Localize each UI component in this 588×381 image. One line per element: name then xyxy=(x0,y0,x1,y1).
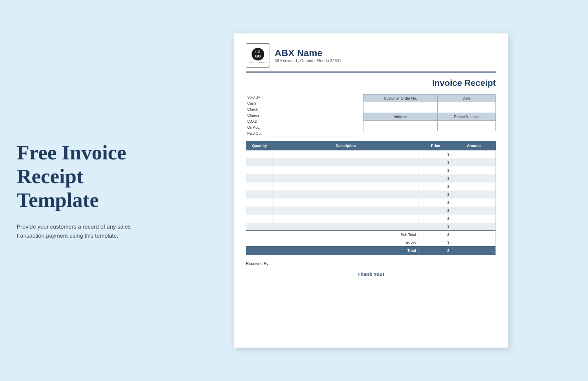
price-header: Price xyxy=(419,141,452,150)
table-row: $ - xyxy=(246,174,496,182)
price-cell: $ xyxy=(419,158,452,166)
table-row: Charge xyxy=(246,112,356,118)
address-header: Address xyxy=(363,113,437,120)
desc-cell xyxy=(273,182,419,190)
amount-cell: - xyxy=(452,182,496,190)
order-no-header: Customer Order No. xyxy=(363,94,437,102)
desc-cell xyxy=(273,174,419,182)
subtotal-row: Sub Total $ - xyxy=(246,231,496,239)
table-row: Paid Out xyxy=(246,130,356,136)
address-phone-row xyxy=(363,120,495,131)
phone-value xyxy=(437,120,495,131)
table-row: $ - xyxy=(246,190,496,199)
desc-cell xyxy=(273,150,419,158)
amount-cell: - xyxy=(452,215,496,223)
company-address: 39 Kenwood , Orlando, Florida 32801 xyxy=(275,58,341,63)
charge-value xyxy=(269,112,356,118)
logo-circle: LOGO xyxy=(252,48,264,60)
total-row: Total $ - xyxy=(246,247,496,255)
items-table: Quantity Description Price Amount $ - $ … xyxy=(246,141,496,255)
price-cell: $ xyxy=(419,199,452,207)
price-cell: $ xyxy=(419,223,452,231)
tax-row: Tax 5% $ - xyxy=(246,239,496,247)
qty-cell xyxy=(246,150,273,158)
onacc-value xyxy=(269,124,356,130)
total-label: Total xyxy=(246,247,419,255)
date-value xyxy=(437,102,495,113)
cod-value xyxy=(269,118,356,124)
desc-cell xyxy=(273,166,419,174)
doc-header: LOGO LOGO COMPANY ABX Name 39 Kenwood , … xyxy=(246,43,496,68)
tax-value: - xyxy=(452,239,496,247)
price-cell: $ xyxy=(419,166,452,174)
amount-cell: - xyxy=(452,207,496,215)
sold-by-label: Sold By xyxy=(246,94,269,100)
price-cell: $ xyxy=(419,150,452,158)
qty-header: Quantity xyxy=(246,141,273,150)
cash-value xyxy=(269,100,356,106)
qty-cell xyxy=(246,174,273,182)
subtotal-value: - xyxy=(452,231,496,239)
qty-cell xyxy=(246,215,273,223)
qty-cell xyxy=(246,207,273,215)
qty-cell xyxy=(246,199,273,207)
invoice-document: LOGO LOGO COMPANY ABX Name 39 Kenwood , … xyxy=(234,33,508,348)
address-phone-header-row: Address Phone Number xyxy=(363,113,495,120)
desc-cell xyxy=(273,215,419,223)
qty-cell xyxy=(246,190,273,199)
desc-cell xyxy=(273,223,419,231)
tax-label: Tax 5% xyxy=(246,239,419,247)
sold-by-value xyxy=(269,94,356,100)
total-value: - xyxy=(452,247,496,255)
paidout-value xyxy=(269,130,356,136)
order-no-value xyxy=(363,102,437,113)
price-cell: $ xyxy=(419,207,452,215)
table-row: $ - xyxy=(246,207,496,215)
left-panel: Free Invoice Receipt Template Provide yo… xyxy=(0,121,160,260)
customer-header-row: Customer Order No. Date xyxy=(363,94,495,102)
sold-by-table: Sold By Cash Check Charge xyxy=(246,94,356,137)
info-section: Sold By Cash Check Charge xyxy=(246,94,496,137)
check-label: Check xyxy=(246,106,269,112)
table-row: Sold By xyxy=(246,94,356,100)
items-header-row: Quantity Description Price Amount xyxy=(246,141,496,150)
desc-cell xyxy=(273,207,419,215)
thank-you: Thank You! xyxy=(246,271,496,277)
logo-sub-text: LOGO COMPANY xyxy=(249,61,267,64)
qty-cell xyxy=(246,158,273,166)
company-info: ABX Name 39 Kenwood , Orlando, Florida 3… xyxy=(275,48,341,63)
charge-label: Charge xyxy=(246,112,269,118)
doc-footer: Received By: Thank You! xyxy=(246,261,496,277)
subtotal-currency: $ xyxy=(419,231,452,239)
logo-box: LOGO LOGO COMPANY xyxy=(246,43,270,68)
paidout-label: Paid Out xyxy=(246,130,269,136)
price-cell: $ xyxy=(419,182,452,190)
amount-cell: - xyxy=(452,190,496,199)
sold-by-section: Sold By Cash Check Charge xyxy=(246,94,356,137)
invoice-title: Invoice Receipt xyxy=(246,78,496,88)
table-row: On Acc. xyxy=(246,124,356,130)
address-value xyxy=(363,120,437,131)
amount-cell: - xyxy=(452,166,496,174)
amount-cell: - xyxy=(452,158,496,166)
price-cell: $ xyxy=(419,215,452,223)
amount-cell: - xyxy=(452,174,496,182)
price-cell: $ xyxy=(419,174,452,182)
page-title: Free Invoice Receipt Template xyxy=(17,141,144,212)
table-row: C.O.D xyxy=(246,118,356,124)
total-currency: $ xyxy=(419,247,452,255)
date-header: Date xyxy=(437,94,495,102)
customer-table: Customer Order No. Date Address Phone Nu… xyxy=(363,94,496,131)
received-by: Received By: xyxy=(246,261,496,266)
amount-header: Amount xyxy=(452,141,496,150)
check-value xyxy=(269,106,356,112)
page-description: Provide your customers a record of any s… xyxy=(17,222,137,240)
desc-cell xyxy=(273,158,419,166)
qty-cell xyxy=(246,223,273,231)
desc-cell xyxy=(273,199,419,207)
phone-header: Phone Number xyxy=(437,113,495,120)
cash-label: Cash xyxy=(246,100,269,106)
desc-cell xyxy=(273,190,419,199)
table-row: $ - xyxy=(246,215,496,223)
order-date-row xyxy=(363,102,495,113)
